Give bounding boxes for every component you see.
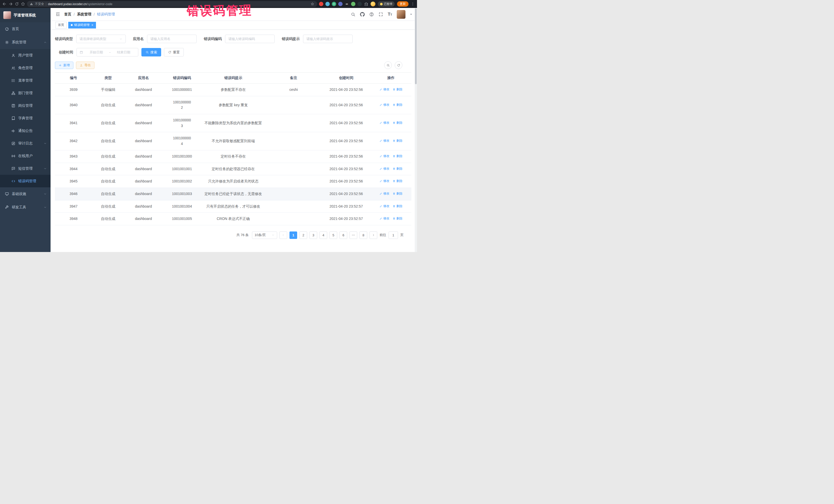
page-button-8[interactable]: 8 (359, 232, 367, 239)
more-pages-button[interactable] (350, 232, 357, 239)
browser-update-button[interactable]: 更新 (397, 1, 409, 7)
toggle-search-button[interactable] (384, 61, 392, 69)
reset-button[interactable]: 重置 (164, 48, 184, 57)
devtools-icon (5, 205, 9, 210)
breadcrumb-item[interactable]: 首页 (64, 12, 71, 17)
delete-link[interactable]: 删除 (393, 120, 403, 125)
sidebar-item-user[interactable]: 用户管理 (0, 49, 50, 62)
extension-icon[interactable]: V (332, 2, 336, 6)
delete-link[interactable]: 删除 (393, 138, 403, 143)
extension-icon[interactable] (319, 2, 323, 6)
sidebar-item-home[interactable]: 首页 (0, 22, 50, 36)
sidebar-item-system[interactable]: 系统管理 (0, 36, 50, 49)
sidebar-item-menu[interactable]: 菜单管理 (0, 74, 50, 87)
edit-link[interactable]: 修改 (379, 154, 390, 159)
help-icon[interactable] (369, 12, 374, 17)
tab-home[interactable]: 首页 (56, 22, 67, 28)
edit-link[interactable]: 修改 (379, 103, 390, 107)
extensions-puzzle-icon[interactable] (364, 2, 368, 6)
goto-page-input[interactable] (389, 232, 398, 239)
edit-link[interactable]: 修改 (379, 87, 390, 92)
edit-link[interactable]: 修改 (379, 216, 390, 221)
extension-icon[interactable]: on (345, 2, 349, 6)
scrollbar[interactable] (415, 8, 417, 252)
avatar-caret-icon[interactable] (410, 14, 412, 16)
delete-link[interactable]: 删除 (393, 204, 403, 209)
delete-link[interactable]: 删除 (393, 216, 403, 221)
sidebar-item-notice[interactable]: 通知公告 (0, 125, 50, 137)
edit-link[interactable]: 修改 (379, 179, 390, 183)
browser-home-icon[interactable] (21, 2, 25, 6)
bookmark-star-icon[interactable] (310, 2, 314, 6)
extension-icon[interactable] (325, 2, 330, 6)
delete-link[interactable]: 删除 (393, 179, 403, 183)
delete-link[interactable]: 删除 (393, 103, 403, 107)
reload-icon[interactable] (15, 2, 19, 6)
forward-icon[interactable] (8, 2, 13, 6)
next-page-button[interactable] (370, 232, 377, 239)
error-code-input[interactable] (225, 35, 275, 43)
chevron-down-icon (44, 193, 47, 196)
app-logo-area[interactable]: 芋道管理系统 (0, 8, 50, 22)
search-button[interactable]: 搜索 (141, 48, 161, 57)
extension-icon[interactable] (351, 2, 355, 6)
error-message-input[interactable] (303, 35, 353, 43)
delete-link[interactable]: 删除 (393, 166, 403, 171)
font-size-icon[interactable]: TT (388, 12, 392, 17)
edit-link[interactable]: 修改 (379, 166, 390, 171)
refresh-table-button[interactable] (395, 61, 402, 69)
sidebar-item-sms[interactable]: 短信管理 (0, 162, 50, 175)
sidebar-item-post[interactable]: 岗位管理 (0, 99, 50, 112)
sidebar-item-devtools[interactable]: 研发工具 (0, 201, 50, 214)
scrollbar-thumb[interactable] (415, 8, 417, 84)
sidebar-item-dict[interactable]: 字典管理 (0, 112, 50, 125)
delete-link[interactable]: 删除 (393, 154, 403, 159)
sidebar-item-online[interactable]: 在线用户 (0, 150, 50, 162)
github-icon[interactable] (360, 12, 365, 17)
cell-id: 3943 (55, 150, 92, 163)
breadcrumb-item[interactable]: 系统管理 (77, 12, 91, 17)
page-size-select[interactable]: 10条/页 (252, 232, 277, 239)
sidebar-item-role[interactable]: 角色管理 (0, 62, 50, 74)
delete-link[interactable]: 删除 (393, 87, 403, 92)
error-type-select[interactable]: 请选择错误码类型 (76, 35, 126, 43)
sidebar-item-label: 在线用户 (18, 154, 47, 158)
sidebar-item-error-code[interactable]: 错误码管理 (0, 175, 50, 187)
extension-icon[interactable] (357, 2, 362, 6)
search-icon[interactable] (351, 12, 355, 17)
add-button[interactable]: 新增 (55, 62, 73, 69)
url-bar[interactable]: 不安全 dashboard.yudao.iocoder.cn/system/er… (27, 1, 317, 7)
sidebar-item-audit[interactable]: 审计日志 (0, 137, 50, 150)
page-button-2[interactable]: 2 (300, 232, 307, 239)
sidebar-fold-icon[interactable] (56, 12, 60, 17)
edit-link[interactable]: 修改 (379, 204, 390, 209)
cell-app: dashboard (124, 132, 163, 150)
edit-link[interactable]: 修改 (379, 120, 390, 125)
tab-error-code[interactable]: 错误码管理× (68, 22, 96, 28)
export-button[interactable]: 导出 (76, 62, 94, 69)
fullscreen-icon[interactable] (378, 12, 383, 17)
page-button-1[interactable]: 1 (289, 232, 297, 239)
app-name-input[interactable] (147, 35, 197, 43)
browser-menu-icon[interactable] (411, 2, 415, 6)
edit-link[interactable]: 修改 (379, 191, 390, 196)
user-avatar[interactable] (397, 10, 405, 19)
notice-icon (11, 129, 15, 133)
create-time-range-picker[interactable]: 开始日期 - 结束日期 (76, 48, 138, 57)
browser-profile-avatar[interactable] (371, 2, 375, 6)
prev-page-button[interactable] (280, 232, 287, 239)
paused-badge[interactable]: 已暂停 (378, 1, 395, 7)
calendar-icon (80, 50, 83, 54)
sidebar-item-infra[interactable]: 基础设施 (0, 187, 50, 201)
page-button-3[interactable]: 3 (309, 232, 317, 239)
page-button-4[interactable]: 4 (320, 232, 327, 239)
page-button-5[interactable]: 5 (329, 232, 337, 239)
close-icon[interactable]: × (91, 23, 93, 27)
sidebar-item-dept[interactable]: 部门管理 (0, 87, 50, 99)
back-icon[interactable] (2, 2, 7, 6)
edit-icon (379, 180, 382, 182)
delete-link[interactable]: 删除 (393, 191, 403, 196)
page-button-6[interactable]: 6 (339, 232, 347, 239)
edit-link[interactable]: 修改 (379, 138, 390, 143)
extension-icon[interactable] (338, 2, 343, 6)
